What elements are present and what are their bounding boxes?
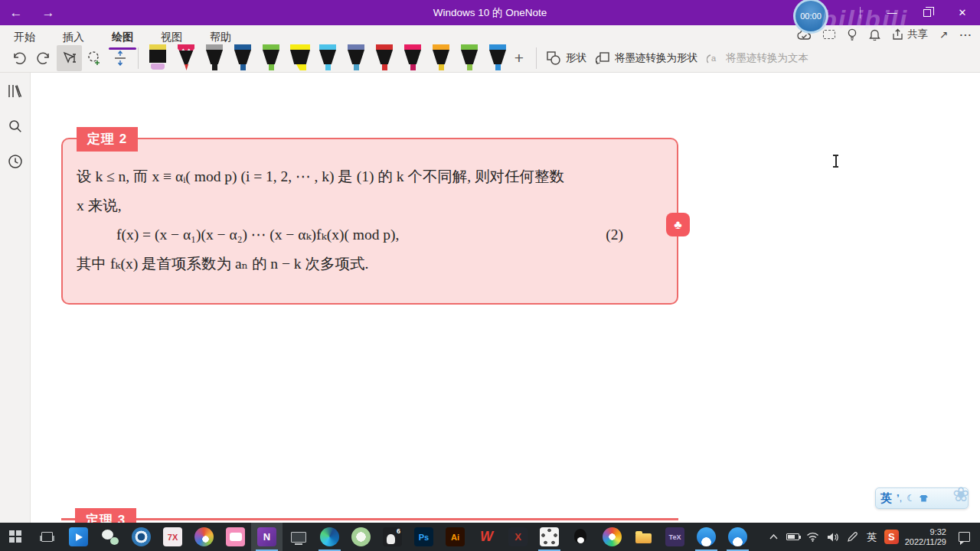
ime-skin-icon[interactable] <box>920 495 928 502</box>
ime-toolbar[interactable]: 英 ❜, ☾ ❀ <box>875 487 969 509</box>
taskbar: 7XN6PsAiWXTeX 英 S 9:32 2022/11/2 <box>0 523 980 551</box>
club-marker[interactable]: ♣ <box>666 213 690 236</box>
undo-button[interactable] <box>6 45 31 71</box>
recent-notes-icon[interactable] <box>8 154 23 169</box>
pen-pen-black[interactable] <box>205 44 224 71</box>
restore-button[interactable] <box>910 0 945 25</box>
pen-pen-blue[interactable] <box>488 44 508 71</box>
taskbar-app-file-explorer[interactable] <box>628 523 659 551</box>
system-tray: 英 S 9:32 2022/11/29 <box>766 523 980 551</box>
ime-language-mode[interactable]: 英 <box>880 491 892 506</box>
battery-icon[interactable] <box>782 523 803 551</box>
pen-pen-red[interactable] <box>375 44 394 71</box>
taskbar-app-tex[interactable]: TeX <box>659 523 691 551</box>
notifications-bell-icon[interactable] <box>869 28 880 41</box>
taskbar-app-onenote[interactable]: N <box>251 523 283 551</box>
action-center-icon[interactable] <box>949 523 978 551</box>
windows-ink-icon[interactable] <box>843 523 863 551</box>
ink-to-shape-button[interactable]: 将墨迹转换为形状 <box>591 45 702 71</box>
toolbar-divider <box>138 47 139 69</box>
taskbar-app-sevenx[interactable]: 7X <box>157 523 188 551</box>
ink-to-text-button[interactable]: a 将墨迹转换为文本 <box>702 45 813 71</box>
titlebar-divider <box>860 7 861 18</box>
taskbar-app-format-factory[interactable] <box>126 523 157 551</box>
input-language-indicator[interactable]: 英 <box>863 523 881 551</box>
search-icon[interactable] <box>8 119 23 134</box>
recording-timer[interactable]: 00:00 <box>793 0 828 34</box>
taskbar-app-illustrator[interactable]: Ai <box>439 523 471 551</box>
taskbar-app-color-wheel[interactable] <box>596 523 628 551</box>
touch-draw-icon[interactable] <box>823 30 835 39</box>
theorem-2-line2: x 来说, <box>77 191 665 220</box>
pen-pen-green[interactable] <box>262 44 281 71</box>
taskbar-app-task-view[interactable] <box>31 523 63 551</box>
pen-pen-galaxy[interactable] <box>347 44 366 71</box>
taskbar-apps: 7XN6PsAiWXTeX <box>0 523 753 551</box>
taskbar-app-photoshop[interactable]: Ps <box>408 523 439 551</box>
taskbar-app-geogebra[interactable] <box>534 523 565 551</box>
theorem-2-formula: f(x) = (x − α₁)(x − α₂) ⋯ (x − αₖ)fₖ(x)(… <box>77 220 399 249</box>
fullscreen-icon[interactable]: ↗ <box>939 28 948 41</box>
tray-date: 2022/11/29 <box>905 537 946 546</box>
toolbar-divider <box>536 47 537 69</box>
insert-space-tool[interactable] <box>107 45 132 71</box>
left-sidebar <box>0 73 31 523</box>
pen-eraser[interactable] <box>149 44 168 71</box>
pen-pen-green2[interactable] <box>460 44 479 71</box>
notebooks-icon[interactable] <box>7 83 24 99</box>
taskbar-app-qq-browser-2[interactable] <box>722 523 753 551</box>
taskbar-app-recorder[interactable] <box>283 523 314 551</box>
taskbar-app-wechat[interactable] <box>94 523 126 551</box>
share-button[interactable]: 共享 <box>892 28 928 41</box>
ime-moon-icon[interactable]: ☾ <box>906 493 915 504</box>
pen-pen-darkblue[interactable] <box>234 44 253 71</box>
pen-pen-orange[interactable] <box>432 44 451 71</box>
more-options-icon[interactable]: ··· <box>960 29 973 41</box>
theorem-2-badge: 定理 2 <box>77 127 138 152</box>
screen: ← → Windows 10 的 OneNote — ✕ 00:00 bilib… <box>0 0 980 551</box>
forward-button[interactable]: → <box>32 0 64 25</box>
taskbar-app-start[interactable] <box>0 523 31 551</box>
minimize-button[interactable]: — <box>874 0 910 25</box>
taskbar-app-qq-browser[interactable] <box>691 523 722 551</box>
lasso-select-tool[interactable] <box>82 45 107 71</box>
close-button[interactable]: ✕ <box>945 0 980 25</box>
clock[interactable]: 9:32 2022/11/29 <box>902 523 949 551</box>
redo-button[interactable] <box>31 45 57 71</box>
taskbar-app-bilibili[interactable] <box>220 523 251 551</box>
page-canvas[interactable]: 定理 2 设 k ≤ n, 而 x ≡ αᵢ( mod p) (i = 1, 2… <box>31 73 980 523</box>
taskbar-app-qq[interactable] <box>565 523 596 551</box>
pen-pen-skyblue[interactable] <box>318 44 338 71</box>
taskbar-app-xshell[interactable]: X <box>502 523 534 551</box>
ink-to-text-label: 将墨迹转换为文本 <box>726 51 808 65</box>
ink-to-shape-label: 将墨迹转换为形状 <box>615 51 697 65</box>
tips-icon[interactable] <box>847 28 858 41</box>
taskbar-app-wps[interactable]: W <box>471 523 502 551</box>
pen-pen-pink[interactable] <box>403 44 423 71</box>
ime-punctuation-icon[interactable]: ❜, <box>897 493 902 504</box>
taskbar-app-sketch6[interactable]: 6 <box>377 523 408 551</box>
taskbar-app-flower-app[interactable] <box>345 523 377 551</box>
taskbar-app-paint3d[interactable] <box>188 523 220 551</box>
svg-text:a: a <box>711 54 717 63</box>
tray-time: 9:32 <box>930 527 946 536</box>
select-text-tool[interactable] <box>57 45 82 71</box>
taskbar-app-blue-app[interactable] <box>63 523 94 551</box>
tray-chevron-icon[interactable] <box>766 523 782 551</box>
shapes-label: 形状 <box>566 51 586 65</box>
share-label: 共享 <box>907 28 928 41</box>
pen-pencil[interactable] <box>177 44 196 71</box>
add-pen-button[interactable]: + <box>508 49 531 67</box>
theorem-2-text: 设 k ≤ n, 而 x ≡ αᵢ( mod p) (i = 1, 2, ⋯ ,… <box>77 162 665 279</box>
ribbon-tools: + 形状 将墨迹转换为形状 a 将墨迹转换为文本 <box>6 44 813 73</box>
sogou-icon[interactable]: S <box>881 523 902 551</box>
ribbon: 开始插入绘图视图帮助 共享 ↗ ··· <box>0 25 980 73</box>
pen-highlighter-yellow[interactable] <box>290 44 309 71</box>
shapes-button[interactable]: 形状 <box>542 45 591 71</box>
back-button[interactable]: ← <box>0 0 32 25</box>
volume-icon[interactable] <box>823 523 843 551</box>
text-cursor <box>832 155 839 168</box>
wifi-icon[interactable] <box>803 523 823 551</box>
theorem-2-box[interactable]: 定理 2 设 k ≤ n, 而 x ≡ αᵢ( mod p) (i = 1, 2… <box>61 138 678 305</box>
taskbar-app-edge[interactable] <box>314 523 345 551</box>
